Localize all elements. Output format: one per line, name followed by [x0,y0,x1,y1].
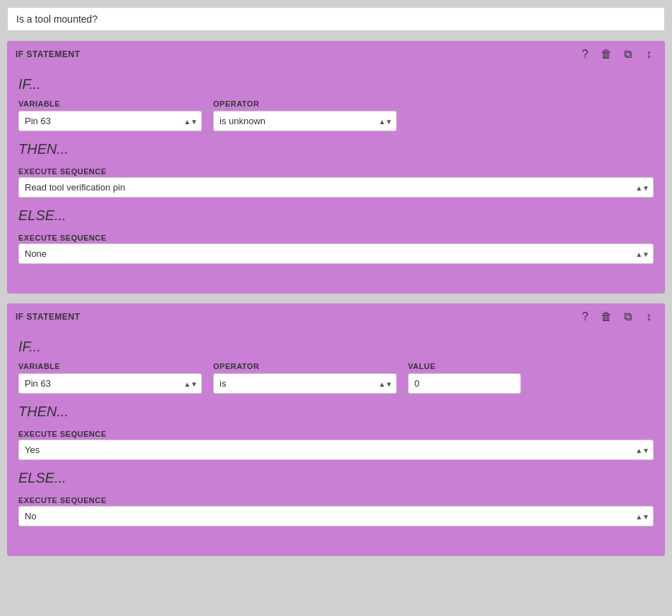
help-icon-1[interactable]: ? [577,47,593,62]
block-header-label-2: IF STATEMENT [16,312,80,322]
then-sequence-select-wrapper-1: Read tool verification pin None Yes No ▲… [18,177,654,198]
then-sequence-field-2: Yes No None Read tool verification pin ▲… [18,440,654,460]
value-input-2[interactable] [408,373,521,394]
block-header-actions-1: ? 🗑 ⧉ ↕ [577,47,656,62]
else-sequence-field-1: None Read tool verification pin Yes No ▲… [18,243,654,264]
move-icon-1[interactable]: ↕ [641,47,656,62]
value-label-2: VALUE [408,362,521,370]
if-statement-block-1: IF STATEMENT ? 🗑 ⧉ ↕ IF... VARIABLE Pin … [7,41,665,294]
then-sequence-label-2: EXECUTE SEQUENCE [18,430,107,438]
block-header-1: IF STATEMENT ? 🗑 ⧉ ↕ [7,41,665,68]
then-section-2: THEN... EXECUTE SEQUENCE Yes No None Rea… [18,404,654,460]
else-sequence-select-2[interactable]: No Yes None Read tool verification pin [18,506,654,526]
variable-select-wrapper-1: Pin 63 Pin 64 Pin 65 ▲▼ [18,111,202,131]
variable-select-1[interactable]: Pin 63 Pin 64 Pin 65 [18,111,202,131]
copy-icon-2[interactable]: ⧉ [620,309,635,325]
operator-select-2[interactable]: is is unknown is not is greater than is … [213,373,397,394]
operator-select-wrapper-1: is unknown is is not is greater than is … [213,111,397,131]
block-body-1: IF... VARIABLE Pin 63 Pin 64 Pin 65 ▲▼ O… [7,68,665,282]
variable-field-group-2: VARIABLE Pin 63 Pin 64 Pin 65 ▲▼ [18,362,202,394]
variable-field-group-1: VARIABLE Pin 63 Pin 64 Pin 65 ▲▼ [18,99,202,131]
copy-icon-1[interactable]: ⧉ [620,47,635,62]
if-label-2: IF... [18,339,654,355]
if-statement-block-2: IF STATEMENT ? 🗑 ⧉ ↕ IF... VARIABLE Pin … [7,303,665,556]
then-sequence-select-1[interactable]: Read tool verification pin None Yes No [18,177,654,198]
else-sequence-select-wrapper-1: None Read tool verification pin Yes No ▲… [18,243,654,264]
else-section-2: ELSE... EXECUTE SEQUENCE No Yes None Rea… [18,470,654,526]
block-header-label-1: IF STATEMENT [16,49,80,59]
variable-label-1: VARIABLE [18,99,202,108]
block-body-2: IF... VARIABLE Pin 63 Pin 64 Pin 65 ▲▼ O… [7,330,665,545]
else-sequence-field-2: No Yes None Read tool verification pin ▲… [18,506,654,526]
operator-field-group-2: OPERATOR is is unknown is not is greater… [213,362,397,394]
then-sequence-field-1: Read tool verification pin None Yes No ▲… [18,177,654,198]
else-sequence-label-2: EXECUTE SEQUENCE [18,496,107,505]
else-sequence-label-1: EXECUTE SEQUENCE [18,234,107,242]
then-label-1: THEN... [18,141,654,157]
delete-icon-2[interactable]: 🗑 [599,309,614,325]
else-label-2: ELSE... [18,470,654,486]
if-fields-row-2: VARIABLE Pin 63 Pin 64 Pin 65 ▲▼ OPERATO… [18,362,654,394]
else-sequence-select-1[interactable]: None Read tool verification pin Yes No [18,243,654,264]
else-sequence-select-wrapper-2: No Yes None Read tool verification pin ▲… [18,506,654,526]
else-label-1: ELSE... [18,207,654,224]
operator-select-wrapper-2: is is unknown is not is greater than is … [213,373,397,394]
operator-label-2: OPERATOR [213,362,397,370]
delete-icon-1[interactable]: 🗑 [599,47,614,62]
value-field-group-2: VALUE [408,362,521,394]
move-icon-2[interactable]: ↕ [641,309,656,325]
operator-select-1[interactable]: is unknown is is not is greater than is … [213,111,397,131]
then-label-2: THEN... [18,404,654,420]
variable-select-2[interactable]: Pin 63 Pin 64 Pin 65 [18,373,202,394]
then-sequence-select-wrapper-2: Yes No None Read tool verification pin ▲… [18,440,654,460]
block-header-2: IF STATEMENT ? 🗑 ⧉ ↕ [7,303,665,330]
then-sequence-label-1: EXECUTE SEQUENCE [18,167,107,176]
then-section-1: THEN... EXECUTE SEQUENCE Read tool verif… [18,141,654,198]
block-header-actions-2: ? 🗑 ⧉ ↕ [577,309,656,325]
page-title: Is a tool mounted? [7,7,665,31]
variable-select-wrapper-2: Pin 63 Pin 64 Pin 65 ▲▼ [18,373,202,394]
variable-label-2: VARIABLE [18,362,202,370]
if-fields-row-1: VARIABLE Pin 63 Pin 64 Pin 65 ▲▼ OPERATO… [18,99,654,131]
if-label-1: IF... [18,76,654,92]
then-sequence-select-2[interactable]: Yes No None Read tool verification pin [18,440,654,460]
help-icon-2[interactable]: ? [577,309,593,325]
operator-label-1: OPERATOR [213,99,397,108]
else-section-1: ELSE... EXECUTE SEQUENCE None Read tool … [18,207,654,264]
operator-field-group-1: OPERATOR is unknown is is not is greater… [213,99,397,131]
